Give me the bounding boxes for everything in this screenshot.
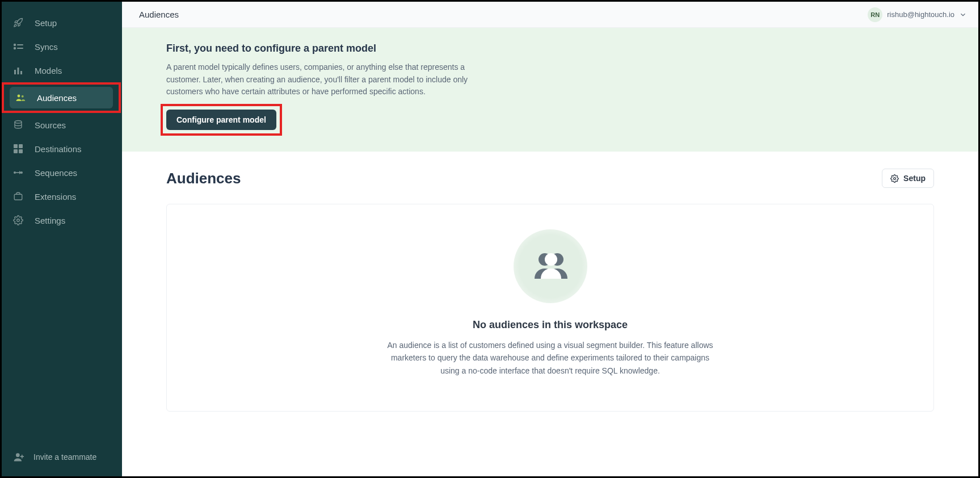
svg-point-14 <box>14 171 16 174</box>
sidebar-item-label: Destinations <box>35 144 82 154</box>
svg-rect-5 <box>18 68 19 74</box>
bar-chart-icon <box>13 65 23 76</box>
avatar: RN <box>868 7 882 22</box>
main: Audiences RN rishub@hightouch.io First, … <box>122 2 978 476</box>
svg-rect-11 <box>19 144 23 148</box>
user-plus-icon <box>13 451 24 463</box>
gear-icon <box>890 174 899 183</box>
content-title: Audiences <box>166 170 241 187</box>
banner-button-highlight: Configure parent model <box>161 104 282 136</box>
chevron-down-icon <box>959 11 967 19</box>
empty-state-icon-wrap <box>514 229 587 303</box>
sidebar-item-label: Extensions <box>35 192 76 202</box>
sidebar-item-label: Setup <box>35 18 57 28</box>
sidebar-item-settings[interactable]: Settings <box>2 208 122 232</box>
user-email: rishub@hightouch.io <box>887 10 954 19</box>
configure-parent-model-button[interactable]: Configure parent model <box>166 110 276 130</box>
content-header: Audiences Setup <box>166 169 934 188</box>
svg-point-7 <box>18 95 20 98</box>
sidebar-item-label: Settings <box>35 216 65 225</box>
svg-point-8 <box>22 95 24 98</box>
svg-point-9 <box>15 121 22 124</box>
svg-rect-13 <box>19 149 23 153</box>
page-title: Audiences <box>139 10 179 19</box>
svg-rect-17 <box>14 194 22 200</box>
sidebar-item-models[interactable]: Models <box>2 58 122 82</box>
sidebar-item-sequences[interactable]: Sequences <box>2 161 122 185</box>
sidebar-item-audiences[interactable]: Audiences <box>10 87 113 108</box>
svg-rect-12 <box>14 149 18 153</box>
invite-teammate-button[interactable]: Invite a teammate <box>2 443 122 476</box>
setup-button[interactable]: Setup <box>882 169 934 188</box>
svg-rect-3 <box>17 48 23 49</box>
svg-rect-2 <box>17 44 23 45</box>
svg-rect-4 <box>14 70 16 74</box>
briefcase-icon <box>13 191 23 202</box>
sidebar-item-label: Models <box>35 66 62 76</box>
sidebar-item-extensions[interactable]: Extensions <box>2 185 122 208</box>
svg-point-1 <box>14 47 16 49</box>
audiences-icon <box>15 93 26 103</box>
sidebar-item-destinations[interactable]: Destinations <box>2 137 122 161</box>
banner-title: First, you need to configure a parent mo… <box>166 43 961 54</box>
empty-state: No audiences in this workspace An audien… <box>166 204 934 412</box>
rocket-icon <box>13 18 23 28</box>
content: Audiences Setup <box>122 152 978 476</box>
empty-state-title: No audiences in this workspace <box>473 319 628 331</box>
banner-description: A parent model typically defines users, … <box>166 61 484 98</box>
gear-icon <box>13 215 23 225</box>
syncs-icon <box>13 41 23 52</box>
sidebar-item-label: Sequences <box>35 168 77 178</box>
svg-point-23 <box>545 253 557 266</box>
sidebar-item-syncs[interactable]: Syncs <box>2 35 122 58</box>
svg-point-18 <box>17 219 20 222</box>
grid-icon <box>13 144 23 154</box>
sidebar-item-sources[interactable]: Sources <box>2 113 122 137</box>
svg-point-19 <box>16 453 20 457</box>
sidebar-highlight: Audiences <box>2 82 121 113</box>
topbar: Audiences RN rishub@hightouch.io <box>122 2 978 28</box>
sidebar-item-label: Audiences <box>37 93 77 103</box>
sidebar-item-label: Sources <box>35 120 66 130</box>
database-icon <box>13 120 23 130</box>
svg-rect-6 <box>20 71 22 74</box>
svg-rect-10 <box>14 144 18 148</box>
sidebar: Setup Syncs Models Audience <box>2 2 122 476</box>
svg-point-0 <box>14 44 16 46</box>
audiences-empty-icon <box>528 244 573 289</box>
setup-button-label: Setup <box>903 174 926 183</box>
invite-teammate-label: Invite a teammate <box>33 452 96 462</box>
empty-state-description: An audience is a list of customers defin… <box>386 339 715 377</box>
sidebar-item-setup[interactable]: Setup <box>2 11 122 35</box>
user-menu[interactable]: RN rishub@hightouch.io <box>868 7 967 22</box>
sidebar-item-label: Syncs <box>35 42 58 52</box>
svg-point-20 <box>894 177 896 179</box>
configure-parent-model-banner: First, you need to configure a parent mo… <box>122 28 978 152</box>
sequence-icon <box>13 167 23 178</box>
